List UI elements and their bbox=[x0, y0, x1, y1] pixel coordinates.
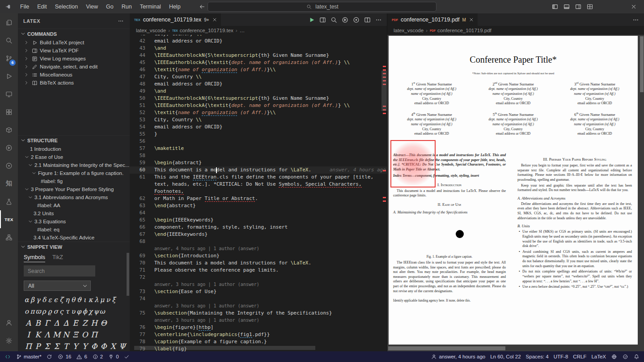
pdf-vertical-scrollbar[interactable] bbox=[640, 36, 644, 92]
status-problems-errors[interactable]: 16 bbox=[58, 353, 72, 360]
symbol[interactable]: ι bbox=[82, 296, 88, 304]
menu-view[interactable]: View bbox=[82, 0, 102, 13]
activity-live-preview[interactable] bbox=[0, 139, 18, 157]
symbol[interactable]: Σ bbox=[42, 342, 52, 351]
status-task-check[interactable] bbox=[124, 353, 130, 360]
symbol[interactable]: N bbox=[61, 330, 71, 339]
build-latex-icon[interactable] bbox=[306, 15, 316, 25]
symbol[interactable]: ψ bbox=[93, 307, 99, 315]
symbol[interactable]: O bbox=[80, 330, 89, 339]
status-problems-warnings[interactable]: 6 bbox=[76, 353, 87, 360]
split-editor-icon[interactable] bbox=[362, 15, 372, 25]
symbol[interactable]: Ρ bbox=[33, 342, 42, 351]
toggle-secondary-sidebar-icon[interactable] bbox=[572, 0, 584, 13]
code-line-51[interactable]: 51\IEEEauthorblockA{\textit{dept. name o… bbox=[130, 102, 387, 109]
activity-recorder[interactable] bbox=[0, 157, 18, 175]
status-blame[interactable]: answer, 4 hours ago bbox=[431, 353, 486, 360]
tab-conference-tex[interactable]: TEX conference_101719.tex 9+ bbox=[130, 13, 221, 26]
symbol[interactable]: ε bbox=[47, 296, 53, 304]
code-line-75[interactable]: 75\subsection{Maintaining the Integrity … bbox=[130, 310, 387, 317]
symbol[interactable]: Χ bbox=[108, 342, 118, 351]
code-line-73[interactable]: 73\section{Ease of Use} bbox=[130, 288, 387, 295]
tab-conference-pdf[interactable]: PDF conference_101719.pdf M bbox=[387, 13, 478, 26]
command-view-latex-pdf[interactable]: View LaTeX PDF bbox=[18, 47, 130, 55]
pdf-viewer[interactable]: Conference Paper Title* *Note: Sub-title… bbox=[387, 35, 644, 351]
more-actions-icon[interactable] bbox=[631, 15, 640, 25]
symbol-filter-select[interactable]: All bbox=[24, 281, 91, 291]
activity-cjk-extension[interactable]: 知 bbox=[0, 175, 18, 192]
status-encoding[interactable]: UTF-8 bbox=[554, 354, 568, 359]
code-line-47[interactable]: 47City, Country \\ bbox=[130, 73, 387, 81]
more-actions-icon[interactable] bbox=[117, 17, 124, 25]
symbol[interactable]: γ bbox=[35, 296, 41, 304]
structure-item-3-2-units[interactable]: 3.2 Units bbox=[18, 209, 130, 217]
code-line-67[interactable]: 67\end{IEEEkeywords} bbox=[130, 231, 387, 238]
structure-item-2-ease-of-use[interactable]: 2 Ease of Use bbox=[18, 153, 130, 161]
symbol[interactable]: υ bbox=[70, 307, 76, 315]
code-line-54[interactable]: 54email address or ORCID} bbox=[130, 124, 387, 131]
tab-tikz[interactable]: TikZ bbox=[52, 254, 63, 262]
activity-extensions[interactable] bbox=[0, 103, 18, 121]
structure-section-header[interactable]: STRUCTURE bbox=[18, 135, 130, 145]
snippet-section-header[interactable]: SNIPPET VIEW bbox=[18, 242, 130, 251]
symbol[interactable]: ∆ bbox=[61, 319, 71, 328]
structure-item-1-introduction[interactable]: 1 Introduction bbox=[18, 145, 130, 153]
symbol[interactable]: τ bbox=[64, 307, 70, 315]
symbol[interactable]: E bbox=[71, 319, 80, 328]
activity-settings[interactable] bbox=[0, 332, 18, 349]
symbol[interactable]: ζ bbox=[59, 296, 64, 304]
structure-item-3-prepare-your-paper-before-styling[interactable]: 3 Prepare Your Paper Before Styling bbox=[18, 185, 130, 193]
breadcrumb-latex-vscode[interactable]: latex_vscode bbox=[136, 28, 166, 33]
code-line-55[interactable]: 55} bbox=[130, 131, 387, 138]
symbol[interactable]: Ξ bbox=[71, 330, 80, 339]
activity-explorer[interactable] bbox=[0, 13, 18, 31]
symbol[interactable]: κ bbox=[88, 296, 93, 304]
activity-remote-explorer[interactable] bbox=[0, 85, 18, 103]
symbol[interactable]: β bbox=[30, 296, 35, 304]
command-miscellaneous[interactable]: Miscellaneous bbox=[18, 71, 130, 79]
editor-vertical-scrollbar[interactable] bbox=[381, 71, 387, 111]
code-line-45[interactable]: 45\IEEEauthorblockA{\textit{dept. name o… bbox=[130, 59, 387, 66]
menu-file[interactable]: File bbox=[16, 0, 33, 13]
status-spell-check[interactable] bbox=[611, 353, 617, 360]
menu-go[interactable]: Go bbox=[102, 0, 118, 13]
code-line-62[interactable]: 62or Math in Paper Title or Abstract. bbox=[130, 195, 387, 202]
code-line-68[interactable]: 68 bbox=[130, 238, 387, 245]
symbol[interactable]: Δ bbox=[52, 319, 61, 328]
symbol[interactable]: Τ bbox=[61, 342, 71, 351]
structure-item-2-1-maintaining-the-integrity-of-the-spec[interactable]: 2.1 Maintaining the Integrity of the Spe… bbox=[18, 161, 130, 169]
code-line-70[interactable]: 70This document is a model and instructi… bbox=[130, 260, 387, 267]
activity-run-debug[interactable] bbox=[0, 67, 18, 85]
structure-item-label-eq[interactable]: #label: eq bbox=[18, 226, 130, 234]
symbol[interactable]: M bbox=[52, 330, 61, 339]
menu-edit[interactable]: Edit bbox=[33, 0, 51, 13]
toggle-sidebar-icon[interactable] bbox=[549, 0, 561, 13]
symbol[interactable]: ϵ bbox=[53, 296, 59, 304]
activity-testing[interactable] bbox=[0, 192, 18, 210]
code-line-48[interactable]: 48email address or ORCID} bbox=[130, 81, 387, 88]
symbol[interactable]: B bbox=[33, 319, 42, 328]
symbol[interactable]: Θ bbox=[99, 319, 108, 328]
symbol[interactable]: ϱ bbox=[47, 307, 53, 315]
symbol[interactable]: φ bbox=[76, 307, 82, 315]
symbol[interactable]: Γ bbox=[42, 319, 52, 328]
code-editor[interactable]: 41City, Country \\42email address or ORC… bbox=[130, 35, 387, 351]
code-line-65[interactable]: 65\begin{IEEEkeywords} bbox=[130, 217, 387, 224]
code-line-78[interactable]: 78\caption{Example of a figure caption.} bbox=[130, 338, 387, 345]
more-actions-icon[interactable] bbox=[373, 15, 383, 25]
code-line-69[interactable]: 69\section{Introduction} bbox=[130, 252, 387, 260]
menu-run[interactable]: Run bbox=[118, 0, 136, 13]
pdf-horizontal-scrollbar[interactable] bbox=[388, 346, 505, 350]
commands-section-header[interactable]: COMMANDS bbox=[18, 29, 130, 38]
window-close-icon[interactable] bbox=[628, 0, 640, 13]
symbol[interactable]: ω bbox=[99, 307, 105, 315]
activity-latex-workshop[interactable]: TEX bbox=[0, 210, 18, 228]
status-latex-status[interactable] bbox=[622, 353, 628, 360]
code-line-49[interactable]: 49\and bbox=[130, 88, 387, 95]
close-icon[interactable] bbox=[469, 17, 474, 22]
symbol[interactable]: λ bbox=[93, 296, 99, 304]
code-line-43[interactable]: 43\and bbox=[130, 45, 387, 52]
command-bibtex-actions[interactable]: BibTeX actions bbox=[18, 79, 130, 87]
run-menu-icon[interactable] bbox=[340, 15, 350, 25]
symbol[interactable]: α bbox=[24, 296, 30, 304]
